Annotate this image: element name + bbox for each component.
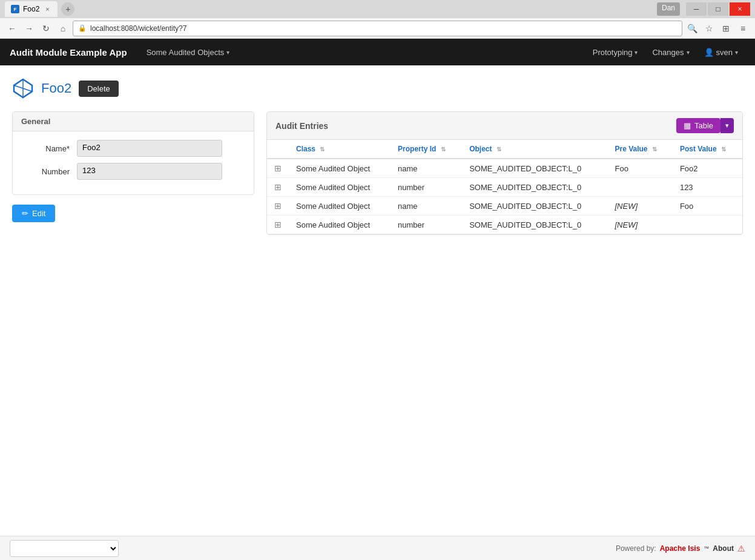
home-button[interactable]: ⌂ [56, 21, 70, 36]
nav-item-changes[interactable]: Changes ▾ [645, 39, 696, 65]
maximize-button[interactable]: □ [708, 2, 728, 16]
table-button-group: ▦ Table ▾ [676, 118, 734, 133]
row-entity-icon: ⊞ [274, 201, 282, 211]
address-bar[interactable]: 🔒 localhost:8080/wicket/entity?7 [73, 21, 682, 36]
edit-button[interactable]: ✏ Edit [12, 205, 55, 222]
row-icon-cell: ⊞ [267, 216, 289, 234]
address-lock-icon: 🔒 [78, 24, 87, 32]
forward-button[interactable]: → [22, 21, 36, 36]
search-icon[interactable]: 🔍 [685, 21, 699, 36]
apache-label: Apache Isis [660, 544, 701, 553]
row-entity-icon: ⊞ [274, 163, 282, 173]
nav-item-prototyping[interactable]: Prototyping ▾ [585, 39, 645, 65]
user-profile-btn[interactable]: Dan [657, 2, 680, 16]
page-header: Foo2 Delete [12, 77, 743, 99]
warning-icon: ⚠ [737, 544, 745, 553]
sort-icon: ⇅ [652, 146, 657, 153]
edit-label: Edit [32, 209, 45, 218]
row-icon-cell: ⊞ [267, 159, 289, 178]
cell-post-value: Foo [673, 197, 742, 216]
sort-icon: ⇅ [496, 146, 501, 153]
new-tab-button[interactable]: + [61, 2, 74, 16]
cell-object: SOME_AUDITED_OBJECT:L_0 [462, 216, 607, 234]
general-panel-header: General [13, 112, 254, 131]
delete-button[interactable]: Delete [79, 81, 119, 97]
row-icon-cell: ⊞ [267, 178, 289, 197]
browser-chrome: F Foo2 × + Dan ─ □ × ← → ↻ ⌂ 🔒 localhost… [0, 0, 755, 39]
th-property-id[interactable]: Property Id ⇅ [391, 140, 462, 159]
table-row: ⊞Some Audited ObjectnumberSOME_AUDITED_O… [267, 216, 742, 234]
table-header-row: Class ⇅ Property Id ⇅ Object ⇅ [267, 140, 742, 159]
app-brand: Audit Module Example App [10, 47, 127, 58]
svg-text:F: F [14, 7, 17, 12]
audit-section-header: Audit Entries ▦ Table ▾ [267, 112, 742, 140]
window-controls: Dan ─ □ × [657, 2, 750, 16]
th-object[interactable]: Object ⇅ [462, 140, 607, 159]
reload-button[interactable]: ↻ [39, 21, 53, 36]
tab-favicon: F [11, 5, 19, 13]
main-content: Foo2 Delete General Name* Foo2 Number 12… [0, 65, 755, 536]
footer-select[interactable] [10, 540, 119, 557]
close-button[interactable]: × [730, 2, 750, 16]
cell-property-id[interactable]: number [391, 216, 462, 234]
footer-select-group [10, 540, 120, 557]
table-header: Class ⇅ Property Id ⇅ Object ⇅ [267, 140, 742, 159]
table-view-button[interactable]: ▦ Table [676, 118, 720, 133]
tab-title: Foo2 [23, 5, 39, 13]
table-body: ⊞Some Audited ObjectnameSOME_AUDITED_OBJ… [267, 159, 742, 234]
general-panel: General Name* Foo2 Number 123 [12, 111, 254, 195]
cell-property-id[interactable]: name [391, 197, 462, 216]
chevron-down-icon: ▾ [226, 49, 229, 56]
cell-class[interactable]: Some Audited Object [289, 216, 391, 234]
nav-item-user[interactable]: 👤 sven ▾ [697, 39, 745, 65]
minimize-button[interactable]: ─ [686, 2, 707, 16]
general-panel-body: Name* Foo2 Number 123 [13, 131, 254, 194]
cell-post-value: 123 [673, 178, 742, 197]
cell-pre-value: Foo [608, 159, 673, 178]
menu-icon[interactable]: ≡ [736, 21, 750, 36]
footer: Powered by: Apache Isis ™ About ⚠ [0, 536, 755, 560]
th-class[interactable]: Class ⇅ [289, 140, 391, 159]
browser-tab[interactable]: F Foo2 × [5, 1, 58, 17]
row-entity-icon: ⊞ [274, 182, 282, 192]
extensions-icon[interactable]: ⊞ [719, 21, 733, 36]
left-panel: General Name* Foo2 Number 123 ✏ Edit [12, 111, 254, 222]
about-link[interactable]: About [713, 544, 734, 553]
cell-object: SOME_AUDITED_OBJECT:L_0 [462, 197, 607, 216]
title-bar: F Foo2 × + Dan ─ □ × [0, 0, 755, 18]
two-panel-layout: General Name* Foo2 Number 123 ✏ Edit [12, 111, 743, 235]
table-row: ⊞Some Audited ObjectnameSOME_AUDITED_OBJ… [267, 159, 742, 178]
row-entity-icon: ⊞ [274, 220, 282, 229]
th-pre-value[interactable]: Pre Value ⇅ [608, 140, 673, 159]
user-icon: 👤 [704, 48, 714, 57]
cell-class[interactable]: Some Audited Object [289, 178, 391, 197]
chevron-down-icon: ▾ [735, 49, 738, 56]
powered-by-label: Powered by: [616, 544, 656, 553]
nav-right: Prototyping ▾ Changes ▾ 👤 sven ▾ [585, 39, 745, 65]
bookmark-icon[interactable]: ☆ [702, 21, 716, 36]
cell-class[interactable]: Some Audited Object [289, 197, 391, 216]
audit-table: Class ⇅ Property Id ⇅ Object ⇅ [267, 140, 742, 234]
nav-bar: ← → ↻ ⌂ 🔒 localhost:8080/wicket/entity?7… [0, 18, 755, 39]
nav-item-some-audited-objects[interactable]: Some Audited Objects ▾ [139, 39, 237, 65]
row-icon-cell: ⊞ [267, 197, 289, 216]
cell-property-id[interactable]: name [391, 159, 462, 178]
cell-object: SOME_AUDITED_OBJECT:L_0 [462, 159, 607, 178]
th-post-value[interactable]: Post Value ⇅ [673, 140, 742, 159]
back-button[interactable]: ← [5, 21, 19, 36]
address-url: localhost:8080/wicket/entity?7 [90, 24, 186, 33]
sort-icon: ⇅ [441, 146, 446, 153]
table-icon: ▦ [684, 121, 691, 130]
table-row: ⊞Some Audited ObjectnumberSOME_AUDITED_O… [267, 178, 742, 197]
cell-post-value: Foo2 [673, 159, 742, 178]
name-field-group: Name* Foo2 [21, 140, 245, 157]
sort-icon: ⇅ [721, 146, 726, 153]
nav-actions: 🔍 ☆ ⊞ ≡ [685, 21, 750, 36]
trademark-symbol: ™ [704, 545, 709, 552]
tab-close-btn[interactable]: × [43, 5, 51, 13]
cell-class[interactable]: Some Audited Object [289, 159, 391, 178]
table-dropdown-button[interactable]: ▾ [720, 118, 734, 133]
th-row-icon [267, 140, 289, 159]
number-field-group: Number 123 [21, 163, 245, 180]
cell-property-id[interactable]: number [391, 178, 462, 197]
